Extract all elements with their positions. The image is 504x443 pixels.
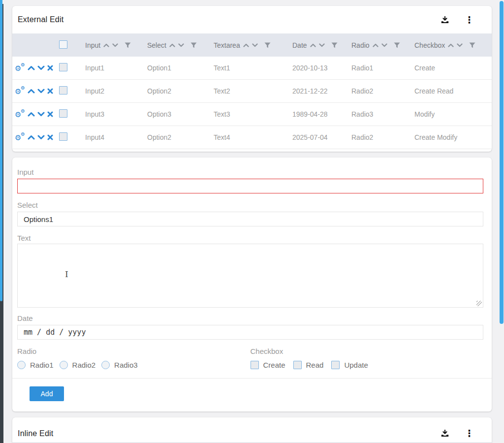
text-area[interactable]: I: [17, 244, 483, 308]
cell-input: Input1: [85, 64, 147, 72]
row-checkbox[interactable]: [59, 63, 67, 71]
text-cursor: I: [65, 269, 68, 279]
radio-option-label: Radio3: [114, 361, 138, 369]
select-all-checkbox[interactable]: [59, 40, 67, 49]
external-edit-header: External Edit ⋮: [12, 6, 492, 33]
cell-radio: Radio3: [351, 110, 414, 118]
radio-option[interactable]: [17, 361, 26, 369]
cell-radio: Radio2: [351, 133, 414, 141]
right-scrollbar-thumb[interactable]: [500, 1, 504, 324]
sort-desc-icon[interactable]: [178, 43, 184, 47]
input-label: Input: [17, 168, 483, 176]
move-down-icon[interactable]: [37, 112, 45, 117]
resize-handle-icon[interactable]: [476, 301, 482, 306]
column-label: Checkbox: [414, 41, 445, 49]
move-down-icon[interactable]: [37, 89, 45, 94]
sort-asc-icon[interactable]: [243, 43, 249, 47]
add-button[interactable]: Add: [30, 386, 64, 401]
move-down-icon[interactable]: [37, 65, 45, 70]
inline-edit-header: Inline Edit ⋮: [12, 417, 492, 443]
radio-option-label: Radio2: [72, 361, 96, 369]
row-checkbox[interactable]: [59, 132, 67, 141]
select-field[interactable]: Options1: [17, 212, 483, 226]
date-field[interactable]: mm / dd / yyyy: [17, 325, 483, 340]
cell-date: 2025-07-04: [292, 133, 351, 141]
cell-textarea: Text4: [214, 133, 292, 141]
checkbox-option-label: Read: [306, 361, 324, 369]
sort-desc-icon[interactable]: [112, 43, 118, 47]
checkbox-option-label: Update: [344, 361, 368, 369]
add-record-form-card: Input Select Options1 Text I Date mm / d…: [12, 158, 492, 411]
settings-icon[interactable]: ⚙⚙: [15, 63, 25, 72]
cell-textarea: Text1: [214, 64, 292, 72]
cell-select: Option2: [147, 87, 214, 95]
download-icon[interactable]: [441, 16, 449, 24]
left-scrollbar-thumb[interactable]: [0, 0, 2, 301]
cell-select: Option2: [147, 133, 214, 141]
radio-option[interactable]: [60, 361, 68, 369]
sort-desc-icon[interactable]: [319, 43, 325, 47]
sort-asc-icon[interactable]: [103, 43, 109, 47]
filter-icon[interactable]: [394, 42, 400, 48]
table-row: ⚙⚙ Input2 Option2 Text2 2021-12-22 Radio…: [12, 80, 492, 103]
cell-checkbox: Modify: [414, 110, 492, 118]
checkbox-option[interactable]: [293, 361, 302, 369]
column-header-input: Input: [85, 41, 147, 49]
move-up-icon[interactable]: [28, 89, 35, 94]
column-header-radio: Radio: [351, 41, 414, 49]
cell-input: Input2: [85, 87, 147, 95]
cell-radio: Radio2: [351, 87, 414, 95]
input-field[interactable]: [17, 179, 483, 193]
move-up-icon[interactable]: [28, 112, 35, 117]
settings-icon[interactable]: ⚙⚙: [15, 110, 25, 119]
checkbox-option-label: Create: [263, 361, 285, 369]
delete-icon[interactable]: [47, 111, 53, 117]
cell-textarea: Text3: [214, 110, 292, 118]
checkbox-option[interactable]: [251, 361, 259, 369]
filter-icon[interactable]: [190, 42, 197, 48]
sort-asc-icon[interactable]: [310, 43, 316, 47]
sort-asc-icon[interactable]: [169, 43, 175, 47]
sort-desc-icon[interactable]: [252, 43, 258, 47]
kebab-menu-icon[interactable]: ⋮: [463, 429, 476, 438]
radio-option[interactable]: [101, 361, 110, 369]
text-label: Text: [17, 234, 483, 242]
cell-radio: Radio1: [351, 64, 414, 72]
cell-date: 1989-04-28: [292, 110, 351, 118]
settings-icon[interactable]: ⚙⚙: [15, 133, 25, 142]
move-up-icon[interactable]: [28, 135, 35, 140]
move-up-icon[interactable]: [28, 65, 35, 70]
row-checkbox[interactable]: [59, 109, 67, 118]
delete-icon[interactable]: [47, 65, 53, 71]
download-icon[interactable]: [441, 430, 449, 437]
external-edit-card: External Edit ⋮ Input Select: [12, 6, 492, 152]
date-label: Date: [17, 314, 483, 322]
delete-icon[interactable]: [47, 134, 53, 140]
table-row: ⚙⚙ Input1 Option1 Text1 2020-10-13 Radio…: [12, 57, 492, 80]
sort-desc-icon[interactable]: [381, 43, 387, 47]
filter-icon[interactable]: [331, 42, 338, 48]
cell-checkbox: Create: [414, 64, 492, 72]
delete-icon[interactable]: [47, 88, 53, 94]
cell-input: Input4: [85, 133, 147, 141]
filter-icon[interactable]: [264, 42, 271, 48]
cell-checkbox: Create Modify: [414, 133, 492, 141]
cell-date: 2020-10-13: [292, 64, 351, 72]
filter-icon[interactable]: [469, 42, 475, 48]
row-checkbox[interactable]: [59, 86, 67, 95]
sort-desc-icon[interactable]: [457, 43, 463, 47]
select-value: Options1: [24, 215, 53, 223]
card-title: External Edit: [18, 15, 63, 24]
sort-asc-icon[interactable]: [373, 43, 378, 47]
sort-asc-icon[interactable]: [448, 43, 454, 47]
checkbox-option[interactable]: [331, 361, 340, 369]
column-header-checkbox: Checkbox: [414, 41, 492, 49]
settings-icon[interactable]: ⚙⚙: [15, 87, 25, 95]
table-row: ⚙⚙ Input3 Option3 Text3 1989-04-28 Radio…: [12, 103, 492, 126]
move-down-icon[interactable]: [37, 135, 45, 140]
date-placeholder: mm / dd / yyyy: [24, 328, 86, 337]
radio-group-label: Radio: [17, 347, 251, 355]
kebab-menu-icon[interactable]: ⋮: [463, 15, 476, 25]
filter-icon[interactable]: [125, 42, 131, 48]
table-row: ⚙⚙ Input4 Option2 Text4 2025-07-04 Radio…: [12, 126, 492, 149]
